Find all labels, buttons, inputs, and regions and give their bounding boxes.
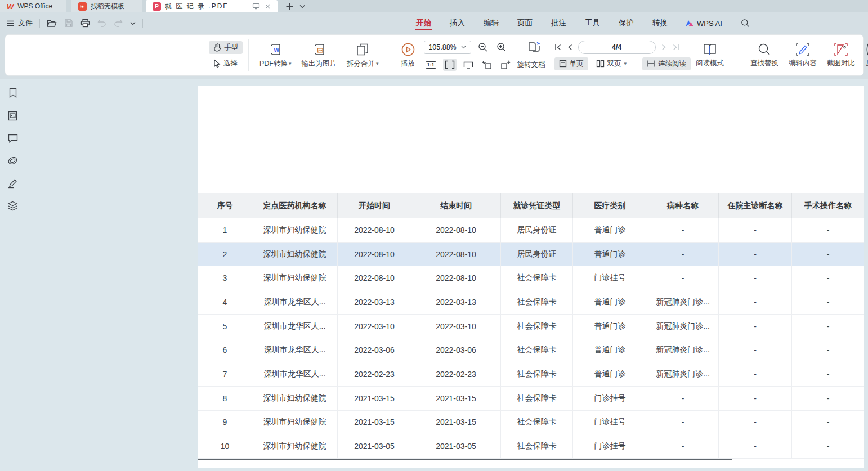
last-page-button[interactable] <box>672 44 679 51</box>
new-tab-button[interactable] <box>285 2 294 11</box>
hamburger-icon <box>7 20 15 26</box>
pdf-convert-button[interactable]: W PDF转换▾ <box>254 42 297 69</box>
table-cell: - <box>647 387 719 410</box>
open-file-icon[interactable] <box>47 19 57 28</box>
compress-button[interactable]: 压缩 <box>860 43 868 68</box>
more-actions-chevron-icon[interactable] <box>130 21 136 25</box>
tab-document-pdf[interactable]: P 就 医 记 录 .PDF <box>146 0 278 12</box>
wps-ai-logo-icon <box>685 20 694 27</box>
table-cell: - <box>719 266 792 290</box>
file-menu-button[interactable]: 文件 <box>7 18 33 28</box>
page-indicator-input[interactable]: 4/4 <box>578 41 656 54</box>
table-cell: 新冠肺炎门诊... <box>647 362 719 386</box>
find-replace-label: 查找替换 <box>750 59 778 68</box>
menu-edit[interactable]: 编辑 <box>482 15 500 32</box>
ribbon-menus: 开始 插入 编辑 页面 批注 工具 保护 转换 WPS AI <box>415 12 750 34</box>
play-button[interactable]: 播放 <box>396 42 420 69</box>
prev-page-button[interactable] <box>567 44 572 51</box>
layers-panel-icon[interactable] <box>7 200 19 212</box>
next-page-button[interactable] <box>661 44 666 51</box>
continuous-read-button[interactable]: 连续阅读 <box>642 57 691 70</box>
first-page-button[interactable] <box>554 44 562 51</box>
table-cell: - <box>719 411 792 434</box>
table-row: 8深圳市妇幼保健院2021-03-152021-03-15社会保障卡门诊挂号--… <box>198 387 864 411</box>
monitor-icon[interactable] <box>252 3 260 10</box>
close-tab-icon[interactable] <box>265 3 271 10</box>
ribbon-toolbar: 手型 选择 W PDF转换▾ 输出为图片 拆分合并▾ 播放 <box>5 34 864 76</box>
table-body: 1深圳市妇幼保健院2022-08-102022-08-10居民身份证普通门诊--… <box>198 218 864 459</box>
zoom-in-button[interactable] <box>495 41 508 54</box>
hand-tool-button[interactable]: 手型 <box>209 41 243 54</box>
docer-template-icon: ❧ <box>78 2 87 11</box>
column-header: 手术操作名称 <box>792 193 864 218</box>
table-row: 6深圳市龙华区人...2022-03-062022-03-06社会保障卡普通门诊… <box>198 338 864 362</box>
menu-comment[interactable]: 批注 <box>550 15 567 32</box>
one-to-one-icon: 1:1 <box>426 61 436 69</box>
table-cell: - <box>719 362 792 386</box>
rotate-doc-label[interactable]: 旋转文档 <box>517 60 545 70</box>
redo-icon[interactable] <box>114 19 123 27</box>
menu-home[interactable]: 开始 <box>415 15 432 32</box>
edit-content-button[interactable]: 编辑内容 <box>784 43 822 68</box>
double-page-button[interactable]: 双页 ▾ <box>592 57 632 70</box>
table-cell: - <box>647 266 719 290</box>
actual-size-button[interactable]: 1:1 <box>424 60 438 70</box>
menu-tools[interactable]: 工具 <box>584 15 601 32</box>
tab-wps-office[interactable]: W WPS Office <box>0 0 66 12</box>
table-row: 4深圳市龙华区人...2022-03-132022-03-13社会保障卡普通门诊… <box>198 290 864 315</box>
table-cell: 7 <box>198 362 252 386</box>
rotate-left-button[interactable] <box>480 59 494 71</box>
find-replace-button[interactable]: 查找替换 <box>745 43 784 68</box>
tab-list-chevron-icon[interactable] <box>299 5 305 8</box>
table-cell: - <box>792 266 864 290</box>
table-cell: 2021-03-15 <box>338 411 411 434</box>
single-page-button[interactable]: 单页 <box>554 57 588 70</box>
comment-panel-icon[interactable] <box>7 132 19 144</box>
select-tool-label: 选择 <box>223 59 238 68</box>
table-cell: 普通门诊 <box>573 315 647 338</box>
select-tool-button[interactable]: 选择 <box>209 57 243 70</box>
table-row: 2深圳市妇幼保健院2022-08-102022-08-10居民身份证普通门诊--… <box>198 243 864 267</box>
signature-panel-icon[interactable] <box>7 177 19 189</box>
file-menu-label: 文件 <box>18 18 33 28</box>
fit-width-button[interactable] <box>443 59 457 71</box>
table-cell: 2021-03-05 <box>338 434 411 458</box>
zoom-level-select[interactable]: 105.88% <box>424 41 471 54</box>
save-icon[interactable] <box>64 19 73 28</box>
rotate-doc-icon <box>526 39 543 55</box>
screenshot-compare-button[interactable]: 截图对比 <box>822 43 860 68</box>
zoom-out-button[interactable] <box>476 41 490 54</box>
chevron-down-icon: ▾ <box>624 61 627 66</box>
table-cell: - <box>647 434 719 458</box>
table-cell: - <box>719 218 792 242</box>
fit-page-button[interactable] <box>462 59 475 70</box>
thumbnail-panel-icon[interactable] <box>7 110 19 122</box>
table-cell: - <box>792 290 864 314</box>
table-cell: 2021-03-15 <box>411 411 501 434</box>
menu-convert[interactable]: 转换 <box>651 15 669 32</box>
bookmark-panel-icon[interactable] <box>7 87 19 99</box>
table-cell: - <box>792 411 864 434</box>
menu-insert[interactable]: 插入 <box>449 15 466 32</box>
book-icon <box>703 43 717 56</box>
search-icon[interactable] <box>741 19 750 28</box>
compress-label: 压缩 <box>866 59 868 68</box>
table-cell: 10 <box>198 434 252 458</box>
side-rail <box>0 87 25 212</box>
split-merge-button[interactable]: 拆分合并▾ <box>342 42 384 69</box>
table-header-row: 序号定点医药机构名称开始时间结束时间就诊凭证类型医疗类别病种名称住院主诊断名称手… <box>198 193 864 218</box>
pdf-page[interactable]: 序号定点医药机构名称开始时间结束时间就诊凭证类型医疗类别病种名称住院主诊断名称手… <box>198 86 864 468</box>
tab-template-store[interactable]: ❧ 找稻壳模板 <box>71 0 142 12</box>
wps-ai-button[interactable]: WPS AI <box>685 19 722 28</box>
attachment-panel-icon[interactable] <box>7 155 19 167</box>
rotate-right-button[interactable] <box>499 59 512 71</box>
table-cell: 2022-08-10 <box>338 243 411 266</box>
export-image-button[interactable]: 输出为图片 <box>297 42 342 69</box>
print-icon[interactable] <box>80 19 90 28</box>
read-mode-button[interactable]: 阅读模式 <box>691 43 729 68</box>
undo-icon[interactable] <box>97 19 106 27</box>
menu-page[interactable]: 页面 <box>516 15 534 32</box>
table-cell: 社会保障卡 <box>501 338 573 362</box>
table-row: 1深圳市妇幼保健院2022-08-102022-08-10居民身份证普通门诊--… <box>198 218 864 243</box>
menu-protect[interactable]: 保护 <box>618 15 635 32</box>
